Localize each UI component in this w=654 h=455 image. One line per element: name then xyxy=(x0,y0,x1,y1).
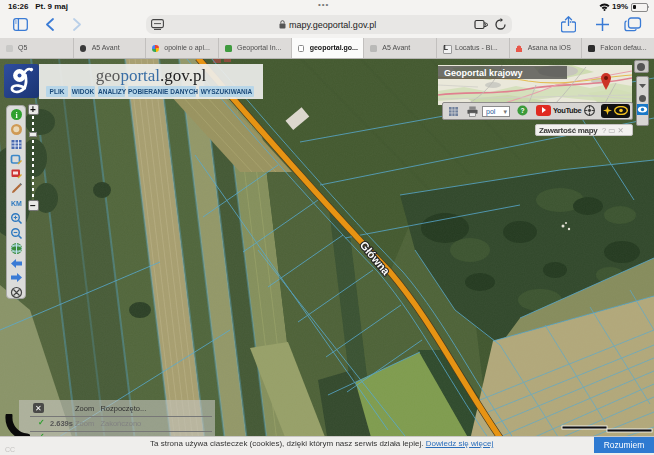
svg-text:?: ? xyxy=(520,107,524,114)
svg-text:Geoportal krajowy: Geoportal krajowy xyxy=(444,68,523,78)
svg-text:KM: KM xyxy=(11,200,22,207)
